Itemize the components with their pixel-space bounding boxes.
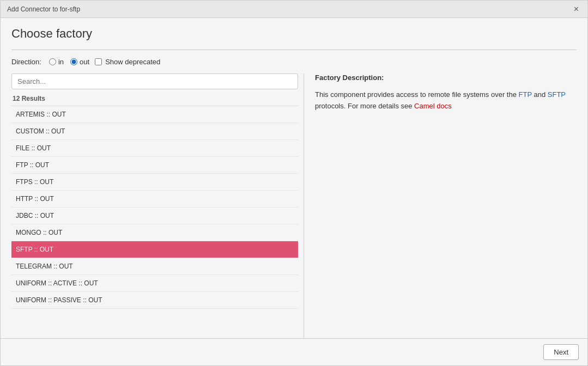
dialog-container: Add Connector to for-sftp × Choose facto… bbox=[0, 0, 588, 366]
radio-in[interactable]: in bbox=[49, 58, 64, 66]
factory-list: ARTEMIS :: OUTCUSTOM :: OUTFILE :: OUTFT… bbox=[11, 106, 298, 338]
radio-out-label: out bbox=[80, 58, 89, 66]
search-input[interactable] bbox=[11, 74, 298, 89]
page-title: Choose factory bbox=[11, 27, 577, 41]
list-item[interactable]: FTPS :: OUT bbox=[11, 174, 298, 191]
section-divider bbox=[11, 50, 577, 50]
close-button[interactable]: × bbox=[572, 5, 581, 14]
desc-text-after: protocols. For more details see bbox=[315, 102, 414, 110]
left-panel: 12 Results ARTEMIS :: OUTCUSTOM :: OUTFI… bbox=[11, 74, 304, 338]
list-item[interactable]: TELEGRAM :: OUT bbox=[11, 258, 298, 275]
list-item[interactable]: SFTP :: OUT bbox=[11, 241, 298, 258]
list-item[interactable]: FILE :: OUT bbox=[11, 140, 298, 157]
list-item[interactable]: MONGO :: OUT bbox=[11, 224, 298, 241]
direction-row: Direction: in out Show deprecated bbox=[11, 58, 577, 66]
list-item[interactable]: UNIFORM :: ACTIVE :: OUT bbox=[11, 275, 298, 292]
show-deprecated-label: Show deprecated bbox=[105, 58, 160, 66]
list-item[interactable]: ARTEMIS :: OUT bbox=[11, 106, 298, 123]
direction-radio-group: in out bbox=[49, 58, 89, 66]
dialog-body: Choose factory Direction: in out Show de… bbox=[1, 18, 587, 338]
content-split: 12 Results ARTEMIS :: OUTCUSTOM :: OUTFI… bbox=[11, 74, 577, 338]
list-item[interactable]: JDBC :: OUT bbox=[11, 208, 298, 224]
list-item[interactable]: CUSTOM :: OUT bbox=[11, 123, 298, 140]
desc-text-middle: and bbox=[532, 90, 548, 99]
factory-description-title: Factory Description: bbox=[315, 74, 577, 82]
dialog-titlebar: Add Connector to for-sftp × bbox=[1, 1, 587, 18]
radio-out-input[interactable] bbox=[70, 58, 77, 65]
show-deprecated-checkbox-label[interactable]: Show deprecated bbox=[95, 58, 160, 66]
camel-docs-link[interactable]: Camel docs bbox=[414, 102, 452, 110]
dialog-footer: Next bbox=[1, 338, 587, 365]
dialog-title: Add Connector to for-sftp bbox=[7, 5, 80, 13]
results-count: 12 Results bbox=[11, 93, 298, 106]
sftp-link[interactable]: SFTP bbox=[548, 90, 566, 99]
next-button[interactable]: Next bbox=[543, 344, 579, 360]
factory-description-text: This component provides access to remote… bbox=[315, 89, 577, 112]
radio-in-label: in bbox=[58, 58, 64, 66]
desc-text-before: This component provides access to remote… bbox=[315, 90, 519, 99]
show-deprecated-checkbox[interactable] bbox=[95, 58, 102, 65]
list-item[interactable]: FTP :: OUT bbox=[11, 157, 298, 174]
list-item[interactable]: HTTP :: OUT bbox=[11, 191, 298, 208]
radio-out[interactable]: out bbox=[70, 58, 89, 66]
list-item[interactable]: UNIFORM :: PASSIVE :: OUT bbox=[11, 292, 298, 309]
ftp-link[interactable]: FTP bbox=[519, 90, 532, 99]
right-panel: Factory Description: This component prov… bbox=[304, 74, 577, 338]
radio-in-input[interactable] bbox=[49, 58, 56, 65]
direction-label: Direction: bbox=[11, 58, 41, 66]
